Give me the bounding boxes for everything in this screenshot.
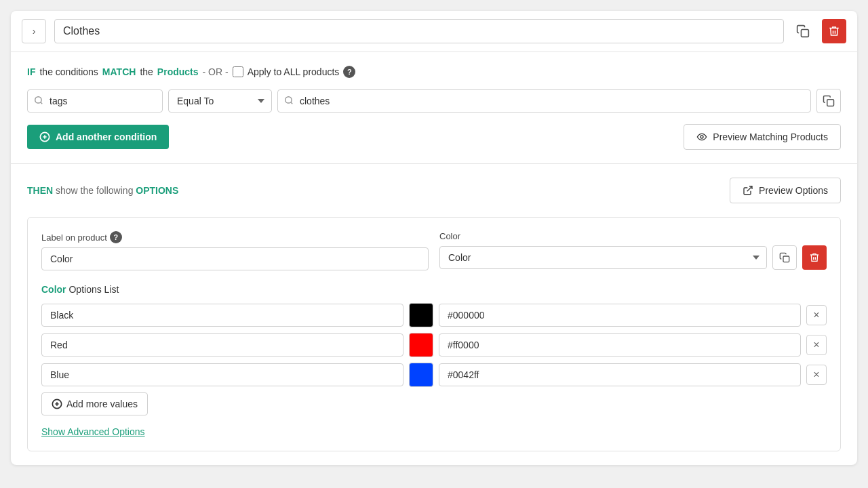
field-input-wrap: [27, 89, 163, 113]
condition-operator-select[interactable]: Equal To Not Equal To Contains Does Not …: [168, 89, 272, 113]
color-hex-red[interactable]: [439, 333, 801, 357]
color-options-title: Color Options List: [41, 284, 827, 295]
delete-option-button[interactable]: [802, 245, 827, 270]
field-search-icon: [34, 96, 43, 107]
top-bar: ›: [11, 11, 857, 52]
condition-value-input[interactable]: [277, 89, 811, 113]
type-select-wrap: Color Text Image Radio Checkbox Dropdown: [439, 245, 827, 270]
show-advanced-link[interactable]: Show Advanced Options: [41, 426, 145, 437]
color-hex-blue[interactable]: [439, 363, 801, 386]
options-keyword: OPTIONS: [136, 185, 178, 196]
match-label: MATCH: [102, 66, 136, 77]
products-label: Products: [157, 66, 199, 77]
color-row-blue: ×: [41, 363, 827, 387]
conditions-text: the conditions: [39, 66, 98, 77]
then-text: THEN show the following OPTIONS: [27, 185, 178, 196]
remove-color-red-button[interactable]: ×: [806, 335, 827, 355]
value-search-icon: [284, 96, 294, 107]
svg-point-3: [285, 96, 292, 102]
preview-matching-label: Preview Matching Products: [713, 131, 828, 142]
or-label: - OR -: [203, 66, 229, 77]
svg-line-4: [291, 102, 293, 104]
the-text: the: [140, 66, 153, 77]
color-swatch-black[interactable]: [409, 303, 433, 327]
copy-option-button[interactable]: [772, 245, 797, 270]
color-name-blue[interactable]: [41, 363, 403, 386]
svg-line-10: [747, 186, 752, 191]
plus-circle-values-icon: [52, 399, 62, 409]
label-group: Label on product ?: [41, 231, 429, 270]
external-link-icon: [743, 185, 753, 196]
svg-rect-0: [802, 30, 809, 37]
apply-all-help-icon[interactable]: ?: [343, 66, 355, 78]
then-section: THEN show the following OPTIONS Preview …: [11, 164, 857, 465]
option-card-header: Label on product ? Color Color Text Imag…: [41, 231, 827, 270]
remove-color-blue-button[interactable]: ×: [806, 365, 827, 385]
delete-option-icon: [809, 252, 820, 263]
copy-icon: [796, 24, 810, 38]
condition-field-input[interactable]: [27, 89, 163, 113]
option-card: Label on product ? Color Color Text Imag…: [27, 217, 841, 451]
svg-line-2: [41, 102, 43, 104]
color-swatch-red[interactable]: [409, 333, 433, 357]
card: › IF the conditio: [11, 11, 857, 465]
action-row: Add another condition Preview Matching P…: [27, 124, 841, 150]
remove-color-black-button[interactable]: ×: [806, 305, 827, 325]
copy-condition-icon: [823, 95, 835, 107]
chevron-icon: ›: [33, 26, 36, 37]
options-list-text: Options List: [68, 284, 119, 295]
preview-options-button[interactable]: Preview Options: [730, 178, 841, 203]
close-black-icon: ×: [813, 309, 819, 321]
svg-rect-5: [827, 100, 834, 106]
color-keyword: Color: [41, 284, 66, 295]
if-label: IF: [27, 66, 35, 77]
svg-rect-11: [783, 256, 789, 262]
add-condition-button[interactable]: Add another condition: [27, 125, 169, 149]
trash-icon: [828, 25, 840, 37]
label-on-product-label: Label on product ?: [41, 231, 429, 243]
copy-condition-button[interactable]: [816, 89, 841, 113]
copy-collection-button[interactable]: [792, 20, 814, 42]
condition-row: Equal To Not Equal To Contains Does Not …: [27, 89, 841, 113]
value-input-wrap: [277, 89, 811, 113]
add-condition-label: Add another condition: [56, 131, 157, 142]
option-type-label: Color: [439, 231, 827, 241]
collapse-button[interactable]: ›: [22, 19, 46, 43]
preview-matching-button[interactable]: Preview Matching Products: [684, 124, 841, 150]
label-on-product-input[interactable]: [41, 247, 429, 270]
color-name-black[interactable]: [41, 304, 403, 327]
add-more-values-label: Add more values: [66, 399, 138, 409]
main-container: › IF the conditio: [0, 0, 868, 488]
then-header: THEN show the following OPTIONS Preview …: [27, 178, 841, 203]
delete-collection-button[interactable]: [822, 19, 846, 43]
eye-icon: [696, 131, 707, 142]
svg-point-1: [35, 96, 41, 102]
add-more-values-button[interactable]: Add more values: [41, 392, 148, 415]
close-blue-icon: ×: [813, 369, 819, 381]
apply-all-label[interactable]: Apply to ALL products: [248, 66, 340, 77]
color-hex-black[interactable]: [439, 304, 801, 327]
color-name-red[interactable]: [41, 333, 403, 357]
label-help-icon[interactable]: ?: [110, 231, 122, 243]
color-swatch-blue[interactable]: [409, 363, 433, 387]
apply-all-checkbox[interactable]: [233, 66, 243, 77]
condition-header: IF the conditions MATCH the Products - O…: [27, 66, 841, 78]
condition-section: IF the conditions MATCH the Products - O…: [11, 52, 857, 164]
apply-all-checkbox-wrap: Apply to ALL products ?: [233, 66, 356, 78]
color-row-black: ×: [41, 303, 827, 327]
color-rows: × ×: [41, 303, 827, 387]
then-keyword: THEN: [27, 185, 53, 196]
show-following-text: show the following: [56, 185, 133, 196]
color-row-red: ×: [41, 333, 827, 357]
copy-option-icon: [779, 252, 790, 263]
option-type-select[interactable]: Color Text Image Radio Checkbox Dropdown: [439, 246, 767, 269]
close-red-icon: ×: [813, 339, 819, 351]
type-group: Color Color Text Image Radio Checkbox Dr…: [439, 231, 827, 270]
plus-circle-icon: [39, 131, 50, 142]
preview-options-label: Preview Options: [759, 185, 828, 196]
collection-title-input[interactable]: [54, 19, 784, 43]
svg-point-9: [701, 136, 703, 138]
